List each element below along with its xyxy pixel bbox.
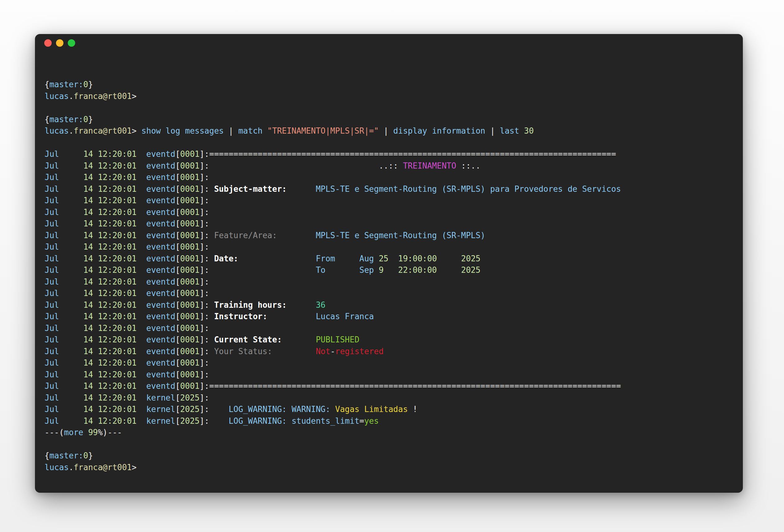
blank-line [45,56,737,67]
log-empty-line: Jul 14 12:20:01 eventd[0001]: [45,195,737,206]
close-button[interactable] [44,39,52,47]
log-empty-line: Jul 14 12:20:01 eventd[0001]: [45,357,737,369]
log-kernel-empty-line: Jul 14 12:20:01 kernel[2025]: [45,392,737,404]
window-titlebar[interactable] [35,34,743,52]
prompt-line: lucas.franca@rt001> [45,462,737,474]
zoom-button[interactable] [68,39,75,47]
prompt-line: lucas.franca@rt001> [45,91,737,102]
log-title-line: Jul 14 12:20:01 eventd[0001]: ..:: TREIN… [45,160,737,172]
prompt-context-line: {master:0} [45,114,737,125]
log-empty-line: Jul 14 12:20:01 eventd[0001]: [45,218,737,230]
log-empty-line: Jul 14 12:20:01 eventd[0001]: [45,323,737,334]
log-instructor-line: Jul 14 12:20:01 eventd[0001]: Instructor… [45,311,737,323]
minimize-button[interactable] [56,39,63,47]
terminal-window: {master:0}lucas.franca@rt001> {master:0}… [35,34,743,493]
log-separator-line: Jul 14 12:20:01 eventd[0001]:===========… [45,381,737,392]
blank-line [45,137,737,149]
log-warning-students-line: Jul 14 12:20:01 kernel[2025]: LOG_WARNIN… [45,415,737,427]
log-date-to-line: Jul 14 12:20:01 eventd[0001]: To Sep 9 2… [45,264,737,276]
log-separator-line: Jul 14 12:20:01 eventd[0001]:===========… [45,148,737,160]
blank-line [45,439,737,450]
log-current-state-line: Jul 14 12:20:01 eventd[0001]: Current St… [45,334,737,346]
blank-line [45,102,737,114]
terminal-screen[interactable]: {master:0}lucas.franca@rt001> {master:0}… [35,52,743,473]
log-empty-line: Jul 14 12:20:01 eventd[0001]: [45,276,737,288]
log-feature-line: Jul 14 12:20:01 eventd[0001]: Feature/Ar… [45,230,737,242]
log-training-hours-line: Jul 14 12:20:01 eventd[0001]: Training h… [45,300,737,311]
log-empty-line: Jul 14 12:20:01 eventd[0001]: [45,172,737,184]
prompt-context-line: {master:0} [45,450,737,462]
log-subject-line: Jul 14 12:20:01 eventd[0001]: Subject-ma… [45,184,737,195]
pager-more-line: ---(more 99%)--- [45,427,737,439]
log-empty-line: Jul 14 12:20:01 eventd[0001]: [45,369,737,381]
log-empty-line: Jul 14 12:20:01 eventd[0001]: [45,288,737,300]
log-empty-line: Jul 14 12:20:01 eventd[0001]: [45,206,737,218]
log-your-status-line: Jul 14 12:20:01 eventd[0001]: Your Statu… [45,346,737,358]
log-empty-line: Jul 14 12:20:01 eventd[0001]: [45,241,737,253]
prompt-context-line: {master:0} [45,79,737,91]
log-warning-vagas-line: Jul 14 12:20:01 kernel[2025]: LOG_WARNIN… [45,404,737,415]
command-line: lucas.franca@rt001> show log messages | … [45,125,737,137]
blank-line [45,67,737,79]
log-date-from-line: Jul 14 12:20:01 eventd[0001]: Date: From… [45,253,737,265]
